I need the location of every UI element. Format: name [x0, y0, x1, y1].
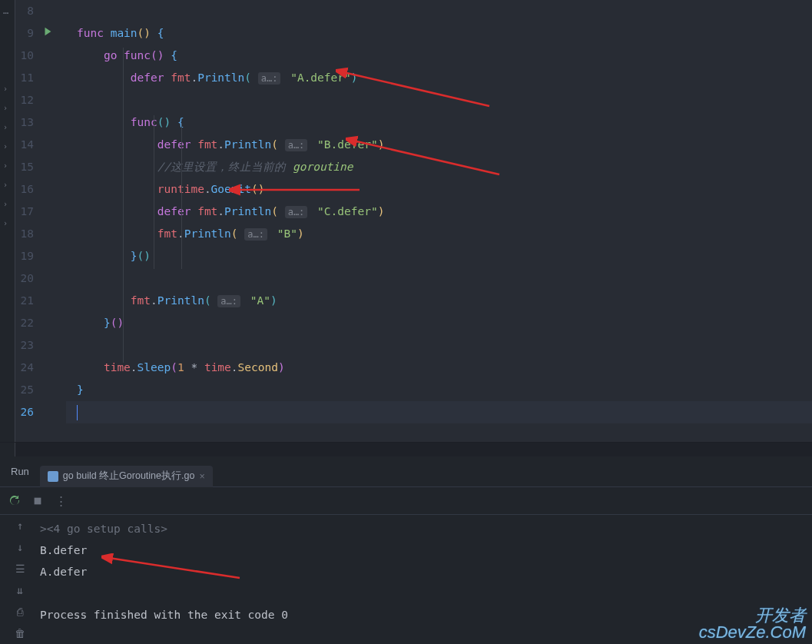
- fold-chevron-icon[interactable]: ›: [3, 161, 8, 170]
- line-number: 10: [15, 45, 38, 67]
- gutter-action[interactable]: [38, 178, 57, 201]
- fold-chevron-icon[interactable]: ›: [3, 181, 8, 189]
- param-hint: a…:: [244, 228, 267, 241]
- gutter-action[interactable]: [38, 223, 57, 245]
- code-line[interactable]: 17 defer fmt.Println( a…: "C.defer"): [15, 201, 812, 223]
- run-panel: Run go build 终止Goroutine执行.go × ⋮ ↑ ↓ ☰ …: [0, 456, 812, 644]
- console-output[interactable]: ↑ ↓ ☰ ⇊ ⎙ 🗑 ><4 go setup calls> B.defer …: [0, 515, 812, 644]
- run-config-tab[interactable]: go build 终止Goroutine执行.go ×: [40, 466, 213, 487]
- run-gutter-icon[interactable]: [42, 22, 53, 45]
- gutter-action[interactable]: [38, 89, 57, 111]
- code-line[interactable]: 24 time.Sleep(1 * time.Second): [15, 357, 812, 379]
- code-line[interactable]: 22 }(): [15, 312, 812, 334]
- line-number: 21: [15, 290, 38, 312]
- line-number: 26: [15, 401, 38, 423]
- code-line[interactable]: 26: [15, 401, 812, 423]
- panel-title: Run: [0, 466, 40, 477]
- gutter-action[interactable]: [38, 334, 57, 357]
- code-line[interactable]: 12: [15, 89, 812, 111]
- gutter-action[interactable]: [38, 45, 57, 67]
- fold-chevron-icon[interactable]: ›: [3, 85, 8, 93]
- fold-chevron-icon[interactable]: ›: [3, 219, 8, 227]
- line-number: 17: [15, 201, 38, 223]
- line-number: 9: [15, 22, 38, 45]
- code-line[interactable]: 19 }(): [15, 245, 812, 267]
- code-line[interactable]: 9func main() {: [15, 22, 812, 45]
- code-line[interactable]: 14 defer fmt.Println( a…: "B.defer"): [15, 134, 812, 156]
- code-line[interactable]: 10 go func() {: [15, 45, 812, 67]
- gutter-action[interactable]: [38, 67, 57, 89]
- code-editor[interactable]: 89func main() {10 go func() {11 defer fm…: [15, 0, 812, 442]
- code-line[interactable]: 18 fmt.Println( a…: "B"): [15, 223, 812, 245]
- trash-icon[interactable]: 🗑: [15, 627, 25, 639]
- gutter-action[interactable]: [38, 290, 57, 312]
- code-line[interactable]: 16 runtime.Goexit(): [15, 178, 812, 201]
- code-line[interactable]: 8: [15, 0, 812, 22]
- print-icon[interactable]: ⎙: [17, 606, 23, 618]
- run-config-label: go build 终止Goroutine执行.go: [63, 470, 195, 483]
- line-number: 11: [15, 67, 38, 89]
- line-number: 14: [15, 134, 38, 156]
- code-line[interactable]: 13 func() {: [15, 111, 812, 134]
- line-number: 16: [15, 178, 38, 201]
- line-number: 18: [15, 223, 38, 245]
- go-icon: [48, 471, 58, 482]
- text-cursor: [77, 405, 78, 420]
- gutter-action[interactable]: [38, 22, 57, 45]
- fold-chevron-icon[interactable]: ›: [3, 200, 8, 208]
- line-number: 20: [15, 267, 38, 290]
- gutter-action[interactable]: [38, 401, 57, 423]
- stop-button[interactable]: [31, 494, 45, 508]
- line-number: 23: [15, 334, 38, 357]
- gutter-action[interactable]: [38, 357, 57, 379]
- line-number: 25: [15, 379, 38, 401]
- gutter-action[interactable]: [38, 134, 57, 156]
- panel-toolbar: ⋮: [0, 487, 812, 515]
- line-number: 24: [15, 357, 38, 379]
- code-line[interactable]: 11 defer fmt.Println( a…: "A.defer"): [15, 67, 812, 89]
- gutter-action[interactable]: [38, 156, 57, 178]
- param-hint: a…:: [258, 72, 281, 85]
- line-number: 8: [15, 0, 38, 22]
- gutter-action[interactable]: [38, 245, 57, 267]
- gutter-action[interactable]: [38, 267, 57, 290]
- param-hint: a…:: [285, 206, 308, 218]
- line-number: 12: [15, 89, 38, 111]
- line-number: 15: [15, 156, 38, 178]
- line-number: 13: [15, 111, 38, 134]
- gutter-action[interactable]: [38, 0, 57, 22]
- code-line[interactable]: 20: [15, 267, 812, 290]
- fold-chevron-icon[interactable]: ›: [3, 104, 8, 112]
- scroll-icon[interactable]: ⇊: [17, 584, 23, 596]
- wrap-icon[interactable]: ☰: [15, 563, 25, 575]
- up-icon[interactable]: ↑: [17, 520, 23, 532]
- code-line[interactable]: 21 fmt.Println( a…: "A"): [15, 290, 812, 312]
- gutter-action[interactable]: [38, 201, 57, 223]
- svg-rect-3: [35, 497, 41, 504]
- panel-tab-bar: Run go build 终止Goroutine执行.go ×: [0, 456, 812, 487]
- code-line[interactable]: 23: [15, 334, 812, 357]
- watermark: 开发者 csDevZe.CoM: [699, 607, 806, 641]
- more-icon: ⋯: [3, 8, 8, 18]
- code-line[interactable]: 15 //这里设置，终止当前的 goroutine: [15, 156, 812, 178]
- fold-chevron-icon[interactable]: ›: [3, 123, 8, 131]
- close-icon[interactable]: ×: [199, 471, 204, 482]
- line-number: 19: [15, 245, 38, 267]
- gutter-action[interactable]: [38, 111, 57, 134]
- param-hint: a…:: [285, 139, 308, 151]
- more-icon[interactable]: ⋮: [54, 494, 68, 508]
- gutter-action[interactable]: [38, 312, 57, 334]
- rerun-button[interactable]: [8, 494, 22, 508]
- param-hint: a…:: [217, 295, 240, 307]
- output-gutter: ↑ ↓ ☰ ⇊ ⎙ 🗑: [0, 515, 40, 644]
- down-icon[interactable]: ↓: [17, 541, 23, 553]
- code-line[interactable]: 25}: [15, 379, 812, 401]
- gutter-action[interactable]: [38, 379, 57, 401]
- line-number: 22: [15, 312, 38, 334]
- fold-chevron-icon[interactable]: ›: [3, 142, 8, 151]
